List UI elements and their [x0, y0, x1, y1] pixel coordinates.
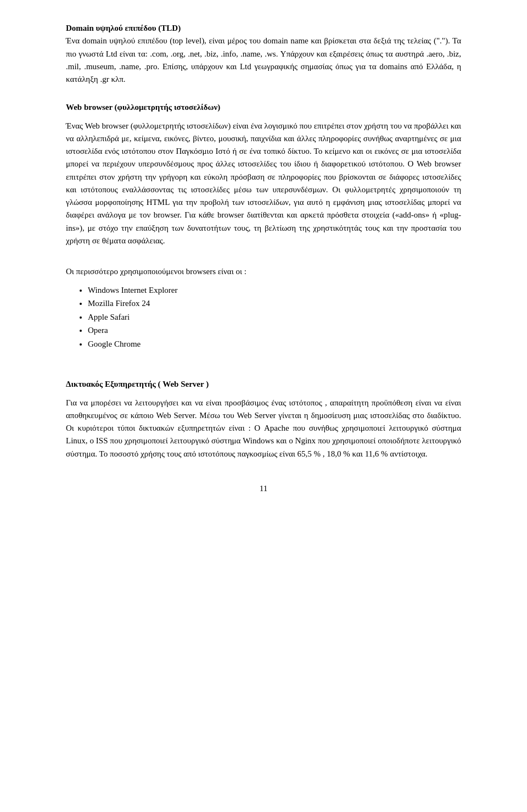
browser-list-intro: Οι περισσότερο χρησιμοποιούμενοι browser…	[66, 253, 461, 279]
list-item: Mozilla Firefox 24	[88, 297, 461, 310]
webserver-title: Δικτυακός Εξυπηρετητής ( Web Server )	[66, 380, 209, 388]
browser-paragraph1: Ένας Web browser (φυλλομετρητής ιστοσελί…	[66, 120, 461, 248]
list-item: Windows Internet Explorer	[88, 284, 461, 297]
browser-title: Web browser (φυλλομετρητής ιστοσελίδων)	[66, 103, 220, 112]
list-item: Google Chrome	[88, 338, 461, 351]
webserver-title-line: Δικτυακός Εξυπηρετητής ( Web Server )	[66, 365, 461, 391]
list-item: Opera	[88, 324, 461, 337]
tld-title: Domain υψηλού επιπέδου (TLD)	[66, 24, 181, 32]
list-item: Apple Safari	[88, 311, 461, 324]
browser-section: Web browser (φυλλομετρητής ιστοσελίδων) …	[66, 101, 461, 350]
webserver-section: Δικτυακός Εξυπηρετητής ( Web Server ) Γι…	[66, 365, 461, 460]
tld-section: Domain υψηλού επιπέδου (TLD) Ένα domain …	[66, 22, 461, 86]
page-number: 11	[66, 482, 461, 495]
tld-content: Domain υψηλού επιπέδου (TLD) Ένα domain …	[66, 22, 461, 86]
browser-list: Windows Internet Explorer Mozilla Firefo…	[88, 284, 461, 351]
tld-paragraph1: Ένα domain υψηλού επιπέδου (top level), …	[66, 36, 461, 84]
browser-title-line: Web browser (φυλλομετρητής ιστοσελίδων)	[66, 101, 461, 114]
webserver-paragraph1: Για να μπορέσει να λειτουργήσει και να ε…	[66, 397, 461, 460]
page-container: Domain υψηλού επιπέδου (TLD) Ένα domain …	[66, 0, 461, 516]
